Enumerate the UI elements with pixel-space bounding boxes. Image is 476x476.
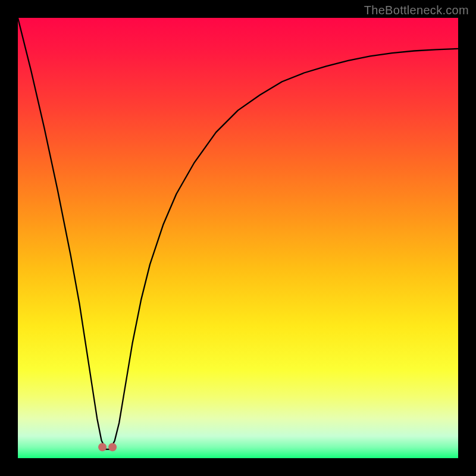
endpoint-dot bbox=[98, 443, 107, 452]
curve-layer bbox=[18, 18, 458, 458]
curve-minimum-endpoints bbox=[98, 443, 117, 452]
bottleneck-curve bbox=[18, 18, 458, 449]
watermark-text: TheBottleneck.com bbox=[364, 4, 469, 17]
plot-area bbox=[18, 18, 458, 458]
endpoint-dot bbox=[108, 443, 117, 452]
chart-frame: TheBottleneck.com bbox=[0, 0, 476, 476]
